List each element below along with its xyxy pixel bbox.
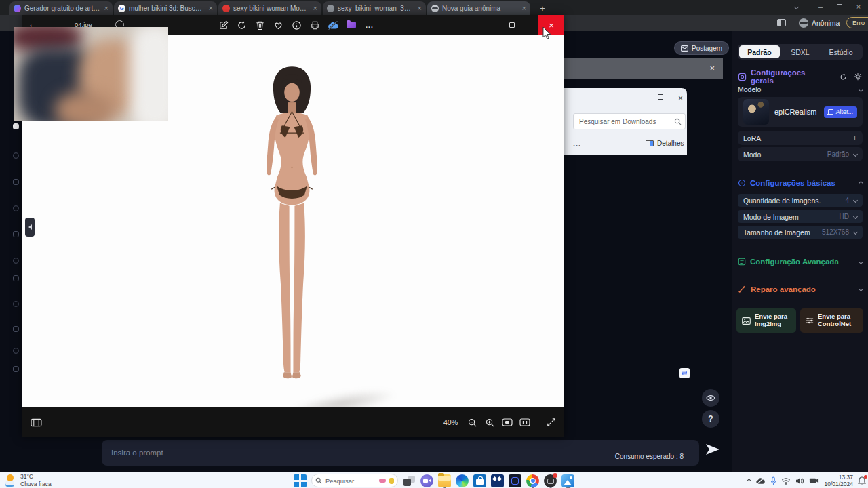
fit-to-window-icon[interactable]	[498, 413, 516, 431]
photos-maximize-button[interactable]	[502, 15, 522, 35]
advanced-config-header[interactable]: Configuração Avançada	[738, 258, 863, 266]
preview-eye-button[interactable]	[702, 389, 719, 407]
nav-icon[interactable]	[13, 258, 19, 264]
banner-close-icon[interactable]: ×	[709, 63, 715, 73]
browser-maximize-button[interactable]	[830, 0, 849, 14]
reset-icon[interactable]	[838, 72, 848, 82]
tab-sdxl[interactable]: SDXL	[780, 45, 821, 58]
nav-icon[interactable]	[13, 275, 19, 281]
tab-close-icon[interactable]: ×	[313, 5, 317, 12]
rotate-icon[interactable]	[233, 16, 250, 34]
fullscreen-icon[interactable]	[542, 413, 560, 431]
advanced-repair-header[interactable]: Reparo avançado	[738, 285, 863, 293]
gear-icon[interactable]	[852, 72, 863, 82]
file-explorer-icon[interactable]	[438, 474, 451, 487]
basic-settings-header[interactable]: Configurações básicas	[738, 179, 863, 187]
dropbox-icon[interactable]	[491, 474, 504, 487]
zoom-in-icon[interactable]	[481, 413, 498, 431]
tab-estudio[interactable]: Estúdio	[821, 45, 861, 58]
more-options-icon[interactable]: ...	[361, 16, 378, 34]
fe-maximize-button[interactable]	[658, 94, 663, 101]
new-tab-button[interactable]: +	[536, 1, 549, 15]
feedback-widget-icon[interactable]	[679, 368, 690, 378]
zoom-out-icon[interactable]	[463, 413, 481, 431]
tab-close-icon[interactable]: ×	[104, 5, 108, 12]
weather-widget[interactable]: 31°C Chuva fraca	[5, 473, 52, 487]
add-lora-icon[interactable]: +	[852, 134, 857, 143]
generate-send-button[interactable]	[704, 441, 722, 458]
image-count-row[interactable]: Quantidade de imagens. 4	[738, 194, 863, 207]
nav-icon[interactable]	[13, 205, 19, 211]
nav-icon[interactable]	[13, 348, 19, 354]
mode-row[interactable]: Modo Padrão	[738, 147, 863, 161]
chat-app-icon[interactable]	[420, 474, 433, 487]
tab-padrao[interactable]: Padrão	[739, 45, 780, 58]
nav-icon[interactable]	[13, 152, 19, 159]
error-extension-badge[interactable]: Erro ⋮	[846, 17, 868, 28]
tab-google-search[interactable]: G mulher bikini 3d: Busca de Goog... ×	[114, 1, 217, 15]
post-button[interactable]: Postagem	[674, 41, 729, 55]
nav-icon[interactable]	[13, 231, 19, 237]
print-icon[interactable]	[306, 16, 323, 34]
nav-icon[interactable]	[13, 326, 19, 332]
side-panel-icon[interactable]	[777, 19, 786, 26]
info-icon[interactable]	[288, 16, 305, 34]
collapse-panel-handle[interactable]	[25, 218, 35, 237]
edit-icon[interactable]	[214, 16, 232, 34]
nav-icon[interactable]	[13, 123, 19, 129]
app-icon[interactable]	[509, 474, 521, 487]
fe-search-input[interactable]	[573, 113, 686, 129]
tab-close-icon[interactable]: ×	[209, 5, 213, 12]
start-button[interactable]	[294, 474, 307, 487]
chevron-down-icon	[853, 198, 858, 203]
image-mode-row[interactable]: Modo de Imagem HD	[738, 210, 863, 223]
tab-model-site[interactable]: sexy bikini woman Modelo 3D i... ×	[218, 1, 321, 15]
camera-app-icon[interactable]	[544, 474, 557, 487]
fe-minimize-button[interactable]: –	[635, 94, 639, 101]
fe-details-toggle[interactable]: Detalhes	[646, 140, 684, 147]
microphone-icon[interactable]	[770, 476, 776, 485]
cloud-unavailable-icon[interactable]	[324, 16, 342, 34]
favorite-heart-icon[interactable]	[269, 16, 287, 34]
clock[interactable]: 13:37 10/01/2024	[824, 474, 853, 487]
nav-icon[interactable]	[13, 179, 19, 185]
browser-close-button[interactable]: ×	[849, 0, 868, 14]
send-controlnet-button[interactable]: Envie para ControlNet	[800, 308, 863, 333]
nav-icon[interactable]	[13, 301, 19, 307]
volume-icon[interactable]	[795, 477, 804, 485]
nav-icon[interactable]	[13, 366, 19, 372]
filmstrip-icon[interactable]	[27, 413, 45, 431]
actual-size-icon[interactable]	[516, 413, 534, 431]
send-img2img-button[interactable]: Envie para Img2Img	[736, 308, 796, 333]
delete-icon[interactable]	[251, 16, 269, 34]
task-view-button[interactable]	[403, 474, 416, 487]
help-button[interactable]: ?	[702, 410, 719, 428]
chrome-icon[interactable]	[526, 474, 539, 487]
browser-menu-chevron[interactable]	[787, 0, 806, 14]
tab-incognito[interactable]: Nova guia anônima ×	[427, 1, 530, 15]
image-size-row[interactable]: Tamanho de Imagem 512X768	[738, 226, 863, 239]
photos-app-icon[interactable]	[561, 474, 574, 487]
general-settings-header[interactable]: Configurações gerais	[738, 68, 863, 85]
tab-close-icon[interactable]: ×	[418, 5, 422, 12]
notification-bell-icon[interactable]	[858, 476, 866, 485]
folder-icon[interactable]	[342, 16, 360, 34]
browser-minimize-button[interactable]: –	[811, 0, 830, 14]
model-section-row[interactable]: Modelo	[738, 84, 863, 95]
lora-row[interactable]: LoRA +	[738, 131, 863, 145]
tab-close-icon[interactable]: ×	[522, 5, 526, 12]
fe-more-menu[interactable]: ...	[573, 140, 581, 148]
microsoft-store-icon[interactable]	[473, 474, 486, 487]
hidden-icons-chevron[interactable]	[747, 478, 751, 483]
taskbar-search[interactable]: Pesquisar	[311, 474, 398, 487]
photos-minimize-button[interactable]: –	[477, 15, 498, 35]
tab-model-file[interactable]: sexy_bikini_woman_3d_model_c... ×	[323, 1, 426, 15]
tab-seaart[interactable]: Gerador gratuito de arte em IA ×	[9, 1, 113, 15]
edge-browser-icon[interactable]	[456, 474, 469, 487]
model-card[interactable]: epiCRealism Alter...	[738, 97, 863, 127]
fe-close-button[interactable]: ×	[678, 94, 683, 103]
change-model-button[interactable]: Alter...	[824, 106, 857, 118]
video-camera-icon[interactable]	[809, 477, 819, 484]
onedrive-paused-icon[interactable]	[755, 477, 766, 485]
wifi-icon[interactable]	[781, 477, 791, 485]
